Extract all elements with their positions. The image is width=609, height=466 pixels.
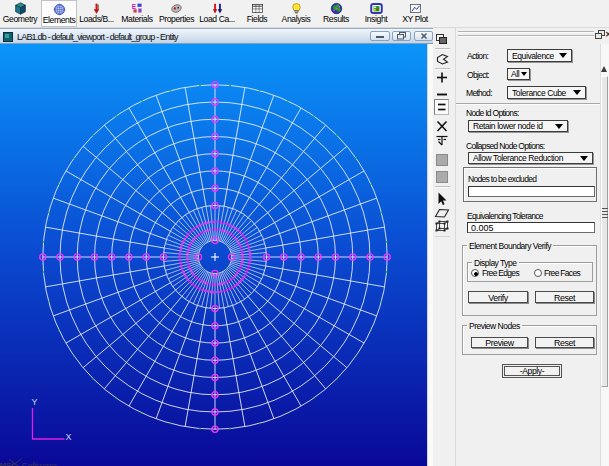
svg-text:Y: Y xyxy=(32,397,38,407)
svg-text:E: E xyxy=(131,3,136,10)
svg-text:Software: Software xyxy=(21,460,57,466)
svg-text:X: X xyxy=(66,432,72,442)
